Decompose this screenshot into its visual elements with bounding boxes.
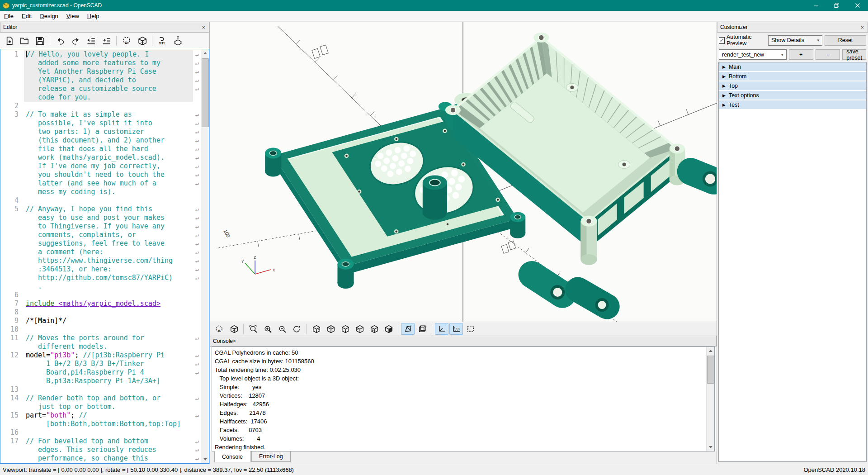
automatic-preview-checkbox[interactable]: ✓ Automatic Preview <box>719 34 766 47</box>
code-row[interactable]: 2 <box>0 102 201 110</box>
code-row[interactable]: 5// Anyway, I hope you find this↵ <box>0 205 201 214</box>
console-panel-header[interactable]: Console × <box>210 336 717 347</box>
code-row[interactable]: 1// Hello, you lovely people. I↵ <box>0 50 201 59</box>
open-file-button[interactable] <box>17 34 32 48</box>
code-row[interactable]: two parts: 1) a customizer↵ <box>0 128 201 136</box>
console-close-icon[interactable]: × <box>233 338 236 344</box>
preset-dropdown[interactable]: render_test_new ▾ <box>719 49 787 60</box>
zoom-out-button[interactable] <box>275 323 289 335</box>
code-row[interactable]: just top or bottom. <box>0 403 201 411</box>
code-row[interactable]: latter (and see how much of a↵ <box>0 179 201 188</box>
scrollbar-down-arrow[interactable] <box>201 456 209 463</box>
save-preset-button[interactable]: save preset <box>842 49 866 60</box>
show-scale-markers-button[interactable]: 10 <box>449 323 463 335</box>
indent-button[interactable] <box>99 34 113 48</box>
code-row[interactable]: Board,pi4:Raspberry Pi 4↵ <box>0 368 201 377</box>
code-row[interactable]: B,pi3a:Raspberry Pi 1A+/3A+] <box>0 377 201 385</box>
tab-error-log[interactable]: Error-Log <box>251 451 291 462</box>
code-row[interactable]: . <box>0 282 201 291</box>
code-row[interactable]: to Thingiverse. If you have any↵ <box>0 222 201 231</box>
unindent-button[interactable] <box>84 34 98 48</box>
code-row[interactable]: easy to use and post your makes↵ <box>0 214 201 222</box>
editor-scrollbar-thumb[interactable] <box>202 58 209 127</box>
menu-item-view[interactable]: View <box>62 11 83 21</box>
view-all-button[interactable] <box>464 323 477 335</box>
console-scrollbar-thumb[interactable] <box>707 356 714 384</box>
orthographic-button[interactable] <box>415 323 429 335</box>
code-row[interactable]: 11// Moves the ports around for↵ <box>0 334 201 342</box>
remove-preset-button[interactable]: - <box>816 49 840 60</box>
menu-item-design[interactable]: Design <box>36 11 62 21</box>
code-row[interactable]: last if you want bevelled edges. <box>0 463 201 464</box>
code-row[interactable]: suggestions, feel free to leave↵ <box>0 239 201 248</box>
code-row[interactable]: work (maths/yarpic_model.scad).↵ <box>0 153 201 162</box>
customizer-panel-header[interactable]: Customizer × <box>717 22 868 33</box>
code-row[interactable]: 6 <box>0 291 201 299</box>
undo-button[interactable] <box>53 34 67 48</box>
3d-viewport[interactable]: 100 100 <box>210 22 717 322</box>
code-row[interactable]: 17// For bevelled top and bottom↵ <box>0 437 201 446</box>
tree-item-bottom[interactable]: ▶Bottom <box>719 72 866 81</box>
code-text[interactable]: 1// Hello, you lovely people. I↵added so… <box>0 50 201 464</box>
code-row[interactable]: performance, so change this↵ <box>0 454 201 463</box>
code-row[interactable]: 3// To make it as simple as↵ <box>0 110 201 119</box>
tree-item-text-options[interactable]: ▶Text options <box>719 91 866 100</box>
render-button[interactable] <box>227 323 241 335</box>
add-preset-button[interactable]: + <box>789 49 813 60</box>
redo-button[interactable] <box>68 34 83 48</box>
code-row[interactable]: comments, complaints, or↵ <box>0 231 201 239</box>
show-details-dropdown[interactable]: Show Details ▾ <box>768 35 822 46</box>
code-row[interactable]: a comment (here:↵ <box>0 248 201 256</box>
menu-item-help[interactable]: Help <box>83 11 104 21</box>
preview-button[interactable]: » <box>212 323 226 335</box>
code-row[interactable]: 10 <box>0 325 201 334</box>
view-front-button[interactable] <box>367 323 381 335</box>
tree-item-top[interactable]: ▶Top <box>719 81 866 90</box>
code-row[interactable]: added some more features to my↵ <box>0 59 201 67</box>
tree-item-main[interactable]: ▶Main <box>719 62 866 71</box>
code-editor[interactable]: 1// Hello, you lovely people. I↵added so… <box>0 49 209 464</box>
code-row[interactable]: code for you. <box>0 93 201 102</box>
expand-triangle-icon[interactable]: ▶ <box>722 65 726 69</box>
code-row[interactable]: (YARPiC), and decided to↵ <box>0 76 201 85</box>
code-row[interactable]: 9/*[Main]*/ <box>0 317 201 325</box>
code-row[interactable]: 16 <box>0 428 201 437</box>
code-row[interactable]: Yet Another Raspberry Pi Case↵ <box>0 67 201 76</box>
render-button[interactable] <box>135 34 149 48</box>
code-row[interactable]: file that does all the hard↵ <box>0 145 201 153</box>
perspective-button[interactable] <box>401 323 415 335</box>
console-output[interactable]: CGAL Polyhedrons in cache: 50 CGAL cache… <box>212 347 715 451</box>
editor-vertical-scrollbar[interactable] <box>201 49 209 463</box>
minimize-button[interactable] <box>806 0 826 11</box>
code-row[interactable]: different models. <box>0 342 201 351</box>
view-left-button[interactable] <box>353 323 366 335</box>
view-back-button[interactable] <box>382 323 395 335</box>
code-row[interactable]: :3464513, or here:↵ <box>0 265 201 274</box>
scrollbar-up-arrow[interactable] <box>707 347 714 355</box>
code-row[interactable]: mess my coding is). <box>0 188 201 196</box>
export-stl-button[interactable]: STL <box>155 34 170 48</box>
new-file-button[interactable] <box>2 34 16 48</box>
reset-view-button[interactable] <box>290 323 303 335</box>
scrollbar-up-arrow[interactable] <box>201 49 209 57</box>
code-row[interactable]: 7include <maths/yarpic_model.scad> <box>0 299 201 308</box>
code-row[interactable]: [both:Both,bottom:Bottom,top:Top] <box>0 420 201 428</box>
code-row[interactable]: 8 <box>0 308 201 317</box>
editor-panel-header[interactable]: Editor × <box>0 22 209 33</box>
view-bottom-button[interactable] <box>338 323 352 335</box>
preview-button[interactable]: » <box>119 34 134 48</box>
expand-triangle-icon[interactable]: ▶ <box>722 74 726 79</box>
tab-console[interactable]: Console <box>214 451 250 462</box>
code-row[interactable]: (this document), and 2) another↵ <box>0 136 201 145</box>
reset-button[interactable]: Reset <box>825 35 866 46</box>
code-row[interactable]: possible, I've split it into↵ <box>0 119 201 128</box>
scrollbar-down-arrow[interactable] <box>707 443 714 451</box>
expand-triangle-icon[interactable]: ▶ <box>722 93 726 98</box>
restore-button[interactable] <box>826 0 847 11</box>
view-top-button[interactable] <box>324 323 337 335</box>
close-button[interactable] <box>847 0 868 11</box>
show-axes-button[interactable] <box>435 323 448 335</box>
code-row[interactable]: 4 <box>0 196 201 205</box>
expand-triangle-icon[interactable]: ▶ <box>722 84 726 88</box>
tree-item-test[interactable]: ▶Test <box>719 100 866 109</box>
